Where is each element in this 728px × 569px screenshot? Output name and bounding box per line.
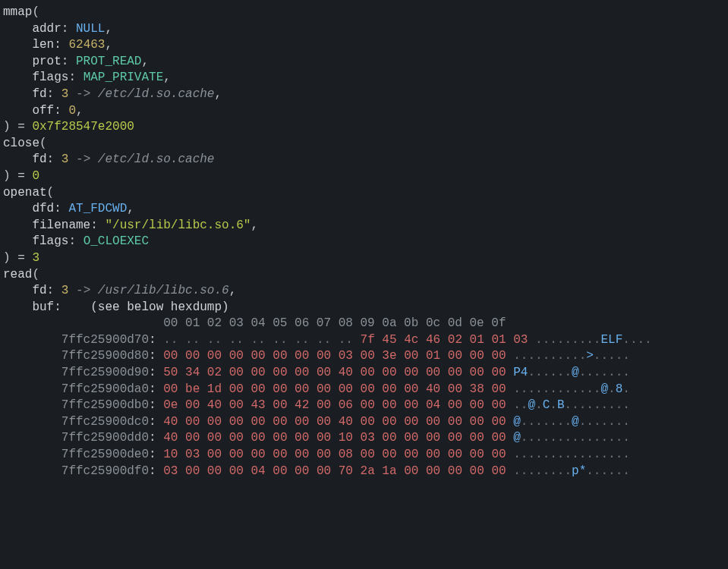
terminal-output: mmap( addr: NULL, len: 62463, prot: PROT… bbox=[0, 0, 728, 484]
